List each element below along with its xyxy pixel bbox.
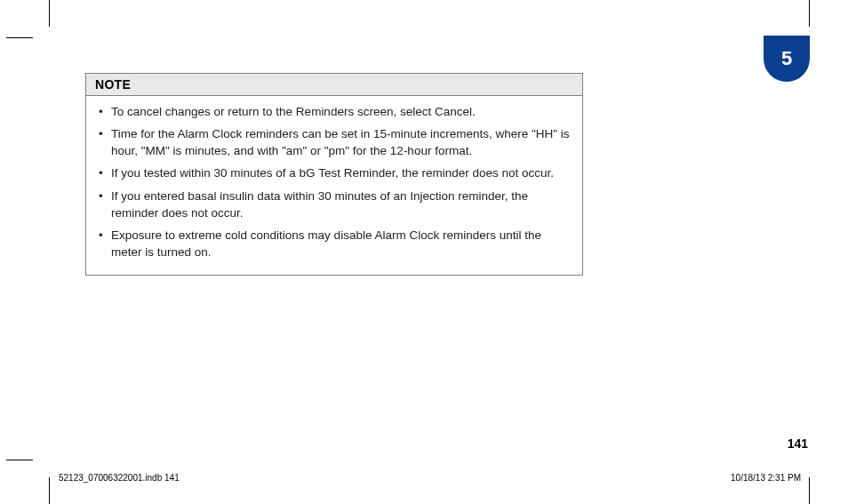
note-item: To cancel changes or return to the Remin… (99, 103, 570, 120)
note-item: If you tested within 30 minutes of a bG … (99, 164, 570, 181)
note-item: Exposure to extreme cold conditions may … (99, 227, 570, 260)
note-body: To cancel changes or return to the Remin… (86, 96, 582, 275)
chapter-number: 5 (781, 47, 792, 70)
note-item: If you entered basal insulin data within… (99, 188, 570, 221)
slug-timestamp: 10/18/13 2:31 PM (731, 473, 801, 483)
note-item: Time for the Alarm Clock reminders can b… (99, 125, 570, 159)
crop-mark (6, 37, 33, 38)
page-content: 5 NOTE To cancel changes or return to th… (50, 2, 810, 495)
note-heading: NOTE (86, 74, 582, 96)
slug-filename: 52123_07006322001.indb 141 (59, 473, 180, 483)
page-number: 141 (788, 436, 808, 451)
chapter-tab: 5 (764, 36, 810, 82)
crop-mark (6, 460, 33, 460)
note-box: NOTE To cancel changes or return to the … (85, 73, 583, 276)
